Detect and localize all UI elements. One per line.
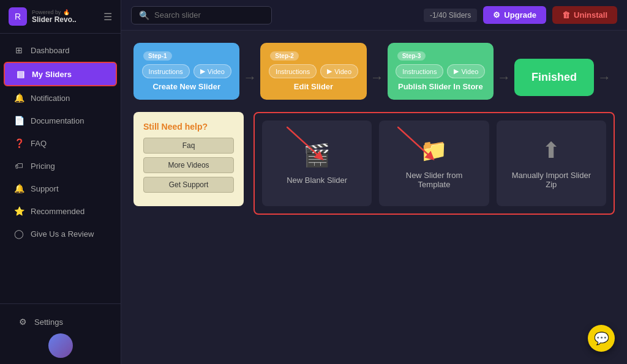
import-zip-icon: ⬆ (542, 138, 560, 163)
steps-flow: Step-1 Instructions ▶ Video Create New S… (133, 43, 615, 100)
play-icon: ▶ (454, 67, 459, 75)
topbar-right: -1/40 Sliders ⚙ Upgrade 🗑 Uninstall (424, 6, 617, 24)
step-2-badge: Step-2 (270, 51, 299, 61)
finished-label: Finished (531, 71, 577, 84)
play-icon: ▶ (200, 67, 205, 75)
slider-count: -1/40 Sliders (424, 9, 477, 22)
step-1-title: Create New Slider (152, 82, 220, 91)
topbar: 🔍 -1/40 Sliders ⚙ Upgrade 🗑 Uninstall (121, 0, 627, 31)
sidebar-item-pricing[interactable]: 🏷 Pricing (4, 155, 117, 177)
sidebar-item-faq[interactable]: ❓ FAQ (4, 132, 117, 154)
sidebar-item-label: Documentation (31, 116, 84, 125)
settings-icon: ⚙ (17, 317, 28, 327)
faq-icon: ❓ (13, 138, 24, 148)
red-arrow-2 (397, 127, 440, 163)
step-arrow-1: → (243, 70, 257, 86)
uninstall-icon: 🗑 (562, 10, 570, 20)
notification-icon: 🔔 (13, 93, 24, 103)
step-2-title: Edit Slider (294, 82, 333, 91)
documentation-icon: 📄 (13, 116, 24, 125)
slider-options-section: 🎬 New Blank Slider 📁 New Slider (253, 112, 615, 215)
get-support-button[interactable]: Get Support (143, 177, 234, 193)
sidebar-item-label: Give Us a Review (31, 229, 94, 239)
step-1-buttons: Instructions ▶ Video (142, 64, 231, 78)
step-3-badge: Step-3 (397, 51, 426, 61)
chat-bubble[interactable]: 💬 (588, 325, 615, 352)
help-title: Still Need help? (143, 122, 234, 132)
upgrade-icon: ⚙ (493, 10, 500, 20)
dashboard-icon: ⊞ (13, 45, 24, 55)
sidebar-item-label: Support (31, 184, 59, 193)
step-2-video-button[interactable]: ▶ Video (320, 64, 358, 78)
sidebar-item-label: Notification (31, 94, 70, 103)
step-arrow-3: → (497, 70, 511, 86)
sidebar-item-notification[interactable]: 🔔 Notification (4, 87, 117, 109)
step-3-instructions-button[interactable]: Instructions (396, 64, 443, 78)
step-2-buttons: Instructions ▶ Video (269, 64, 358, 78)
step-2-card: Step-2 Instructions ▶ Video Edit Slider (260, 43, 366, 100)
avatar (48, 333, 73, 358)
sidebar-item-documentation[interactable]: 📄 Documentation (4, 110, 117, 132)
step-1-card: Step-1 Instructions ▶ Video Create New S… (133, 43, 239, 100)
search-input[interactable] (154, 10, 264, 20)
sidebar: R Powered by 🔥 Slider Revo.. ☰ ⊞ Dashboa… (0, 0, 121, 364)
uninstall-button[interactable]: 🗑 Uninstall (552, 6, 617, 24)
more-videos-button[interactable]: More Videos (143, 157, 234, 173)
brand-name: Slider Revo.. (32, 15, 77, 24)
red-arrow-1 (287, 127, 329, 163)
upgrade-button[interactable]: ⚙ Upgrade (483, 6, 546, 24)
template-slider-label: New Slider from Template (389, 171, 479, 189)
step-3-buttons: Instructions ▶ Video (396, 64, 485, 78)
step-arrow-2: → (370, 70, 384, 86)
support-icon: 🔔 (13, 184, 24, 193)
hamburger-icon[interactable]: ☰ (103, 11, 112, 23)
powered-by: Powered by 🔥 (32, 9, 77, 15)
pricing-icon: 🏷 (13, 161, 24, 171)
sidebar-item-label: Pricing (31, 162, 55, 171)
sidebar-item-support[interactable]: 🔔 Support (4, 177, 117, 199)
sidebar-item-dashboard[interactable]: ⊞ Dashboard (4, 39, 117, 61)
brand-text: Powered by 🔥 Slider Revo.. (32, 9, 77, 24)
search-box[interactable]: 🔍 (131, 6, 272, 24)
new-blank-slider-card[interactable]: 🎬 New Blank Slider (262, 121, 372, 206)
step-arrow-4: → (598, 70, 611, 86)
sidebar-item-label: FAQ (31, 139, 47, 148)
svg-line-0 (287, 127, 320, 157)
sidebar-header: R Powered by 🔥 Slider Revo.. ☰ (0, 0, 121, 34)
blank-slider-label: New Blank Slider (287, 176, 347, 185)
step-1-badge: Step-1 (143, 51, 172, 61)
sidebar-item-label: My Sliders (32, 70, 72, 79)
step-1-instructions-button[interactable]: Instructions (142, 64, 190, 78)
step-3-card: Step-3 Instructions ▶ Video Publish Slid… (388, 43, 494, 100)
sidebar-item-my-sliders[interactable]: ▤ My Sliders (4, 62, 117, 86)
sidebar-item-give-review[interactable]: ◯ Give Us a Review (4, 223, 117, 245)
sidebar-nav: ⊞ Dashboard ▤ My Sliders 🔔 Notification … (0, 34, 121, 303)
brand: R Powered by 🔥 Slider Revo.. (9, 7, 77, 26)
faq-button[interactable]: Faq (143, 138, 234, 154)
my-sliders-icon: ▤ (15, 69, 26, 79)
finished-card: Finished (514, 59, 594, 96)
search-icon: 🔍 (139, 10, 149, 20)
import-zip-label: Manually Import Slider Zip (506, 171, 596, 189)
bottom-section: Still Need help? Faq More Videos Get Sup… (133, 112, 615, 215)
sidebar-item-settings[interactable]: ⚙ Settings (7, 311, 113, 333)
sidebar-item-label: Recommended (31, 207, 84, 216)
sidebar-item-label: Settings (34, 318, 63, 327)
play-icon: ▶ (327, 67, 332, 75)
sidebar-footer: ⚙ Settings (0, 303, 121, 364)
step-3-video-button[interactable]: ▶ Video (447, 64, 485, 78)
step-3-title: Publish Slider In Store (398, 82, 483, 91)
help-box: Still Need help? Faq More Videos Get Sup… (133, 112, 244, 206)
step-2-instructions-button[interactable]: Instructions (269, 64, 317, 78)
review-icon: ◯ (13, 229, 24, 239)
step-1-video-button[interactable]: ▶ Video (193, 64, 231, 78)
brand-icon: R (9, 7, 27, 26)
import-zip-slider-card[interactable]: ⬆ Manually Import Slider Zip (497, 121, 606, 206)
content-area: Step-1 Instructions ▶ Video Create New S… (121, 31, 627, 364)
main-content: 🔍 -1/40 Sliders ⚙ Upgrade 🗑 Uninstall St… (121, 0, 627, 364)
svg-line-1 (397, 127, 431, 157)
sidebar-item-label: Dashboard (31, 46, 70, 55)
from-template-slider-card[interactable]: 📁 New Slider from Template (379, 121, 489, 206)
sidebar-item-recommended[interactable]: ⭐ Recommended (4, 200, 117, 222)
recommended-icon: ⭐ (13, 206, 24, 216)
